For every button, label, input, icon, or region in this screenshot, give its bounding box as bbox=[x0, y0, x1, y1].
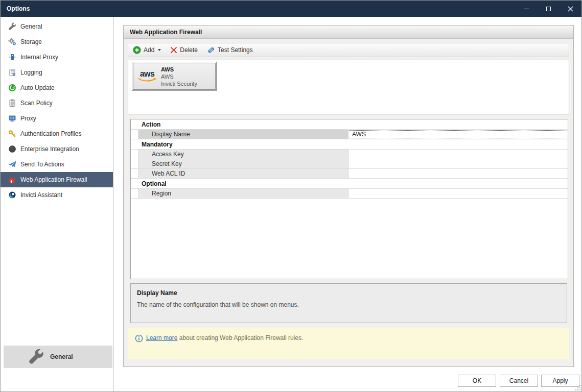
property-grid: Action Display Name AWS Mandatory Access… bbox=[130, 119, 568, 279]
waf-groupbox: Web Application Firewall Add Delete Test… bbox=[123, 25, 574, 367]
sidebar-footer-general: General bbox=[4, 346, 112, 368]
waf-toolbar: Add Delete Test Settings bbox=[128, 43, 569, 57]
sidebar-item-label: Internal Proxy bbox=[20, 54, 58, 61]
close-button[interactable] bbox=[560, 1, 581, 17]
learn-more-link[interactable]: Learn more bbox=[146, 334, 177, 341]
description-text: The name of the configuration that will … bbox=[137, 301, 567, 308]
aws-logo-text: aws bbox=[140, 70, 155, 78]
add-button-label: Add bbox=[144, 46, 154, 54]
add-dropdown-caret-icon bbox=[158, 49, 161, 51]
proxy-server-icon bbox=[8, 53, 16, 62]
maximize-icon bbox=[546, 7, 551, 11]
test-settings-icon bbox=[207, 46, 215, 54]
category-action[interactable]: Action bbox=[131, 119, 568, 130]
sidebar-item-label: Scan Policy bbox=[20, 100, 53, 107]
groupbox-header: Web Application Firewall bbox=[124, 26, 573, 39]
wrench-large-icon bbox=[28, 348, 45, 365]
sidebar-item-auto-update[interactable]: Auto Update bbox=[1, 80, 113, 95]
sidebar-item-logging[interactable]: Logging bbox=[1, 65, 113, 80]
sidebar-item-proxy[interactable]: Proxy bbox=[1, 111, 113, 126]
row-gutter bbox=[131, 150, 138, 159]
sidebar-item-enterprise-integration[interactable]: Enterprise Integration bbox=[1, 141, 113, 157]
category-label: Optional bbox=[142, 180, 167, 187]
property-label[interactable]: Secret Key bbox=[138, 159, 348, 168]
sidebar-footer-label: General bbox=[50, 353, 73, 360]
clipboard-icon bbox=[8, 99, 16, 108]
property-row-display-name[interactable]: Display Name AWS bbox=[131, 130, 568, 139]
wrench-icon bbox=[8, 22, 16, 31]
key-icon bbox=[8, 130, 16, 138]
cancel-button[interactable]: Cancel bbox=[500, 375, 538, 387]
property-label[interactable]: Region bbox=[138, 189, 348, 198]
info-bar: Learn more about creating Web Applicatio… bbox=[128, 328, 569, 359]
delete-icon bbox=[170, 46, 177, 54]
property-label[interactable]: Web ACL ID bbox=[138, 169, 348, 178]
description-title: Display Name bbox=[137, 289, 567, 297]
sidebar-item-authentication-profiles[interactable]: Authentication Profiles bbox=[1, 126, 113, 141]
options-dialog: Options General Storage bbox=[0, 0, 582, 392]
waf-card-text: AWS AWS Invicti Security bbox=[161, 66, 197, 87]
resize-grip[interactable] bbox=[575, 385, 580, 390]
sidebar-item-label: General bbox=[20, 23, 42, 30]
property-value-input[interactable] bbox=[348, 150, 568, 159]
sidebar-item-label: Invicti Assistant bbox=[20, 191, 62, 199]
property-value-input[interactable] bbox=[348, 189, 568, 198]
sidebar-item-label: Storage bbox=[20, 38, 42, 45]
title-bar: Options bbox=[1, 1, 581, 17]
sidebar-item-internal-proxy[interactable]: Internal Proxy bbox=[1, 50, 113, 65]
sidebar-item-label: Authentication Profiles bbox=[20, 130, 81, 137]
groupbox-title: Web Application Firewall bbox=[130, 29, 202, 36]
property-value-input[interactable] bbox=[348, 159, 568, 168]
sidebar-item-send-to-actions[interactable]: Send To Actions bbox=[1, 157, 113, 172]
waf-card-subtitle: AWS bbox=[161, 73, 197, 80]
test-settings-button[interactable]: Test Settings bbox=[207, 46, 253, 54]
property-row-region[interactable]: Region bbox=[131, 189, 568, 199]
assistant-icon bbox=[8, 191, 16, 200]
sidebar-item-storage[interactable]: Storage bbox=[1, 34, 113, 50]
sidebar-item-invicti-assistant[interactable]: Invicti Assistant bbox=[1, 187, 113, 203]
minimize-icon bbox=[524, 9, 529, 9]
sidebar-item-general[interactable]: General bbox=[1, 19, 113, 34]
minimize-button[interactable] bbox=[516, 1, 538, 17]
row-gutter bbox=[131, 189, 138, 198]
maximize-button[interactable] bbox=[538, 1, 560, 17]
sidebar-item-label: Proxy bbox=[20, 115, 36, 122]
waf-card-name: AWS bbox=[161, 66, 197, 73]
property-value-input[interactable] bbox=[348, 169, 568, 178]
window-title: Options bbox=[7, 5, 30, 12]
close-icon bbox=[568, 6, 573, 12]
apply-button[interactable]: Apply bbox=[541, 375, 579, 387]
log-document-icon bbox=[8, 68, 16, 77]
waf-card-vendor: Invicti Security bbox=[161, 80, 197, 87]
property-value-input[interactable]: AWS bbox=[348, 130, 568, 139]
sidebar: General Storage Internal Proxy Logging bbox=[1, 17, 114, 391]
row-gutter bbox=[131, 169, 138, 178]
property-row-web-acl-id[interactable]: Web ACL ID bbox=[131, 169, 568, 179]
paper-plane-icon bbox=[8, 160, 16, 169]
property-row-access-key[interactable]: Access Key bbox=[131, 150, 568, 159]
ok-button[interactable]: OK bbox=[458, 375, 496, 387]
category-optional[interactable]: Optional bbox=[131, 179, 568, 189]
sidebar-item-web-application-firewall[interactable]: Web Application Firewall bbox=[1, 172, 113, 187]
test-settings-button-label: Test Settings bbox=[218, 46, 253, 54]
info-text-rest: about creating Web Application Firewall … bbox=[177, 334, 303, 341]
flame-icon bbox=[8, 176, 16, 184]
property-label[interactable]: Display Name bbox=[138, 130, 348, 139]
delete-button[interactable]: Delete bbox=[170, 46, 198, 54]
monitor-icon bbox=[8, 114, 16, 123]
row-gutter bbox=[131, 159, 138, 168]
property-row-secret-key[interactable]: Secret Key bbox=[131, 159, 568, 169]
gears-icon bbox=[8, 38, 16, 46]
property-label[interactable]: Access Key bbox=[138, 150, 348, 159]
sidebar-nav: General Storage Internal Proxy Logging bbox=[1, 19, 113, 203]
row-gutter bbox=[131, 130, 138, 139]
sidebar-item-scan-policy[interactable]: Scan Policy bbox=[1, 95, 113, 111]
aws-logo: aws bbox=[133, 70, 161, 83]
category-mandatory[interactable]: Mandatory bbox=[131, 139, 568, 150]
delete-button-label: Delete bbox=[180, 46, 198, 54]
info-icon bbox=[135, 334, 143, 342]
refresh-icon bbox=[8, 84, 16, 92]
waf-card-aws[interactable]: aws AWS AWS Invicti Security bbox=[133, 63, 216, 90]
property-description-panel: Display Name The name of the configurati… bbox=[130, 283, 567, 323]
add-button[interactable]: Add bbox=[133, 46, 161, 54]
